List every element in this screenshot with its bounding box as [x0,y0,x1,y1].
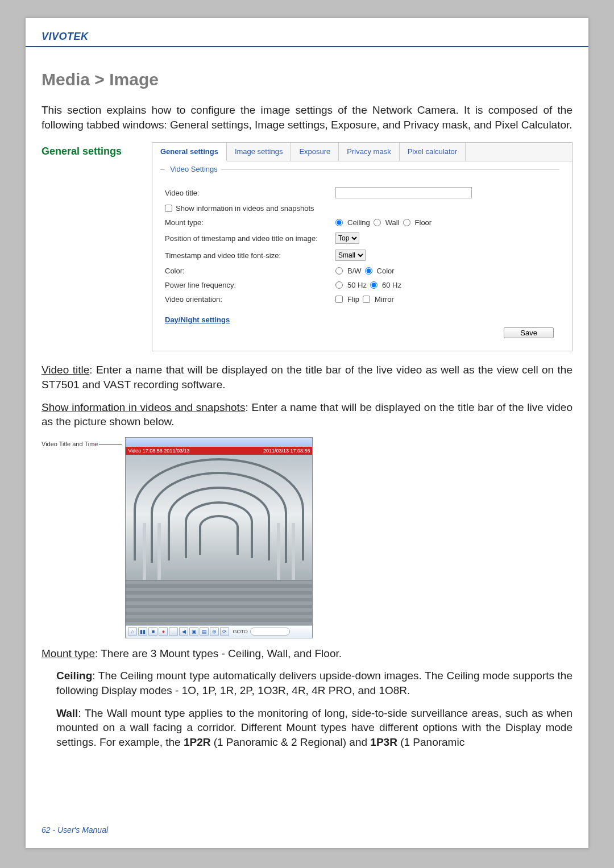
intro-paragraph: This section explains how to configure t… [42,103,572,132]
player-toolbar: ⌂ ▮▮ ■ ● ◀ ▣ ▤ ⊕ ⟳ GOTO [126,625,312,638]
callout-video-title-time: Video Title and Time [42,437,122,447]
page-footer: 62 - User's Manual [42,825,108,834]
tab-image-settings[interactable]: Image settings [227,143,292,161]
settings-panel-screenshot: General settings Image settings Exposure… [152,142,572,351]
video-player-window: Video 17:08:56 2011/03/132011/03/13 17:0… [125,437,313,638]
mount-ceiling-radio[interactable] [335,219,343,226]
brand-logo: VIVOTEK [42,31,89,42]
option-60hz: 60 Hz [382,281,401,289]
para-wall: Wall: The Wall mount type applies to the… [42,706,572,750]
toolbar-goto-field[interactable] [250,628,290,636]
toolbar-goto-label: GOTO [233,629,247,634]
toolbar-pause-icon[interactable]: ▮▮ [138,627,147,636]
tab-pixel-calculator[interactable]: Pixel calculator [400,143,466,161]
label-orientation: Video orientation: [165,295,335,304]
fieldset-legend: Video Settings [167,165,221,173]
option-floor: Floor [415,218,432,227]
font-size-select[interactable]: Small [335,250,366,261]
label-font-size: Timestamp and video title font-size: [165,251,335,260]
toolbar-btn[interactable]: ▣ [189,627,198,636]
mirror-checkbox[interactable] [363,296,370,303]
page-title: Media > Image [42,70,572,89]
show-info-checkbox[interactable] [165,205,172,212]
toolbar-stop-icon[interactable]: ■ [148,627,157,636]
subsection-heading: General settings [42,142,144,351]
player-window-chrome [126,438,312,447]
option-mirror: Mirror [375,295,394,304]
freq-50-radio[interactable] [335,281,343,289]
option-50hz: 50 Hz [347,281,367,289]
toolbar-prev-icon[interactable]: ◀ [179,627,188,636]
option-wall: Wall [385,218,400,227]
day-night-settings-link[interactable]: Day/Night settings [165,315,230,324]
toolbar-btn[interactable]: ▤ [200,627,209,636]
collapse-icon[interactable]: – [160,165,167,173]
tab-bar: General settings Image settings Exposure… [152,143,572,161]
toolbar-btn[interactable]: ⟳ [220,627,229,636]
video-title-input[interactable] [335,187,472,198]
color-color-radio[interactable] [365,267,372,275]
para-show-info: Show information in videos and snapshots… [42,400,572,429]
para-ceiling: Ceiling: The Ceiling mount type automati… [42,668,572,697]
toolbar-btn[interactable]: ⊕ [210,627,219,636]
tab-general-settings[interactable]: General settings [152,143,227,161]
mount-wall-radio[interactable] [374,219,381,226]
position-select[interactable]: Top [335,232,359,244]
tab-privacy-mask[interactable]: Privacy mask [339,143,399,161]
label-video-title: Video title: [165,189,335,197]
toolbar-btn[interactable] [169,627,178,636]
label-show-info: Show information in videos and snapshots [176,204,314,213]
option-flip: Flip [347,295,359,304]
option-color: Color [377,267,395,275]
option-bw: B/W [347,267,362,275]
video-title-bar: Video 17:08:56 2011/03/132011/03/13 17:0… [126,447,312,455]
video-preview-image [126,455,312,625]
tab-exposure[interactable]: Exposure [291,143,339,161]
freq-60-radio[interactable] [370,281,377,289]
para-video-title: Video title: Enter a name that will be d… [42,363,572,392]
video-player-figure: Video Title and Time Video 17:08:56 2011… [42,437,572,638]
flip-checkbox[interactable] [335,296,343,303]
label-position: Position of timestamp and video title on… [165,234,335,243]
label-power-freq: Power line frequency: [165,281,335,289]
label-mount-type: Mount type: [165,218,335,227]
para-mount-type: Mount type: There are 3 Mount types - Ce… [42,646,572,661]
option-ceiling: Ceiling [347,218,370,227]
save-button[interactable]: Save [504,327,554,338]
toolbar-btn[interactable]: ⌂ [128,627,137,636]
toolbar-record-icon[interactable]: ● [159,627,168,636]
mount-floor-radio[interactable] [403,219,410,226]
label-color: Color: [165,267,335,275]
color-bw-radio[interactable] [335,267,343,275]
